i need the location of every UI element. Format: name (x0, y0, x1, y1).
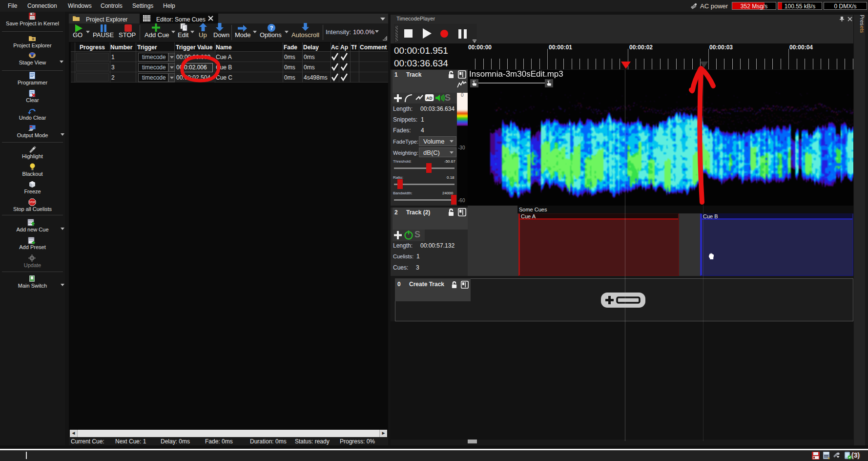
svg-text:AD: AD (426, 96, 432, 101)
svg-text:STOP: STOP (29, 201, 35, 204)
svg-text:?: ? (270, 25, 273, 31)
